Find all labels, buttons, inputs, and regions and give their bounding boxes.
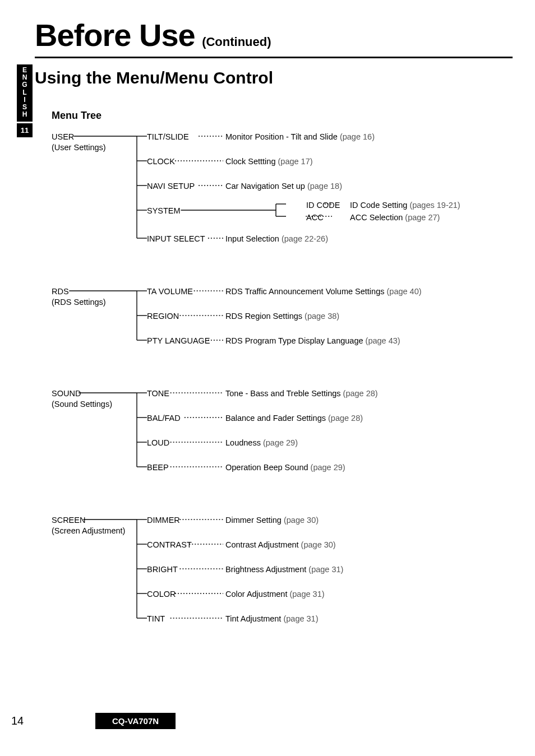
- menu-item-desc: RDS Program Type Display Language (page …: [225, 336, 535, 346]
- menu-item-desc: RDS Region Settings (page 38): [225, 311, 535, 322]
- menu-item-name: SYSTEM: [147, 206, 225, 216]
- menu-item-page-ref: (page 17): [278, 157, 313, 166]
- menu-item-row: TONETone - Bass and Treble Settings (pag…: [147, 388, 535, 413]
- menu-item-name: PTY LANGUAGE: [147, 336, 225, 346]
- menu-item-name: TA VOLUME: [147, 286, 225, 297]
- menu-item-desc-text: RDS Region Settings: [225, 312, 302, 321]
- submenu: ID CODEID Code Setting (pages 19-21)ACCA…: [306, 200, 460, 225]
- side-tab: E N G L I S H 11: [17, 64, 33, 137]
- menu-item-name: COLOR: [147, 589, 225, 600]
- menu-item-page-ref: (page 40): [386, 287, 421, 296]
- menu-item-row: INPUT SELECTInput Selection (page 22-26): [147, 234, 535, 258]
- side-language-label: E N G L I S H: [17, 64, 33, 122]
- menu-item-row: COLORColor Adjustment (page 31): [147, 589, 535, 614]
- menu-item-desc-text: RDS Traffic Announcement Volume Settings: [225, 287, 384, 296]
- menu-root-subtitle: (Sound Settings): [52, 399, 136, 410]
- menu-group: USER(User Settings)TILT/SLIDEMonitor Pos…: [52, 132, 513, 258]
- title-rule: [35, 57, 513, 58]
- menu-root-name: RDS: [52, 286, 136, 297]
- submenu-desc: ACC Selection (page 27): [350, 212, 460, 223]
- menu-root: RDS(RDS Settings): [52, 286, 136, 308]
- menu-item-page-ref: (page 22-26): [282, 234, 328, 243]
- menu-item-desc-text: Tone - Bass and Treble Settings: [225, 389, 341, 398]
- header-block: Before Use (Continued) Using the Menu/Me…: [35, 17, 513, 87]
- menu-item-page-ref: (page 38): [305, 312, 339, 321]
- menu-item-desc-text: Color Adjustment: [225, 590, 287, 599]
- menu-root: USER(User Settings): [52, 132, 136, 153]
- menu-item-row: PTY LANGUAGERDS Program Type Display Lan…: [147, 336, 535, 360]
- submenu-name: ID CODE: [306, 200, 350, 211]
- menu-item-desc-text: Clock Settting: [225, 157, 275, 166]
- menu-item-row: TILT/SLIDEMonitor Position - Tilt and Sl…: [147, 132, 535, 156]
- menu-item-row: BEEPOperation Beep Sound (page 29): [147, 462, 535, 487]
- submenu-page-ref: (page 27): [405, 213, 440, 222]
- menu-item-desc-text: Input Selection: [225, 234, 279, 243]
- submenu-desc-text: ACC Selection: [350, 213, 403, 222]
- menu-item-name: TONE: [147, 388, 225, 399]
- menu-item-desc: Tone - Bass and Treble Settings (page 28…: [225, 388, 535, 399]
- menu-item-desc-text: Loudness: [225, 438, 261, 447]
- menu-item-page-ref: (page 29): [263, 438, 298, 447]
- menu-item-name: CLOCK: [147, 156, 225, 167]
- submenu-desc-text: ID Code Setting: [350, 201, 407, 210]
- lang-letter: H: [17, 111, 33, 118]
- menu-item-name: TILT/SLIDE: [147, 132, 225, 142]
- menu-item-name: BEEP: [147, 462, 225, 473]
- menu-item-desc: Operation Beep Sound (page 29): [225, 462, 535, 473]
- menu-item-page-ref: (page 43): [366, 336, 400, 345]
- submenu-name: ACC: [306, 212, 350, 223]
- menu-item-desc: Contrast Adjustment (page 30): [225, 540, 535, 550]
- menu-item-name: DIMMER: [147, 515, 225, 526]
- menu-item-page-ref: (page 31): [289, 590, 324, 599]
- menu-item-name: BRIGHT: [147, 564, 225, 575]
- menu-item-desc: Balance and Fader Settings (page 28): [225, 413, 535, 424]
- menu-item-desc: Monitor Position - Tilt and Slide (page …: [225, 132, 535, 142]
- menu-item-desc-text: Car Navigation Set up: [225, 182, 305, 191]
- menu-item-desc-text: Operation Beep Sound: [225, 463, 308, 472]
- menu-item-row: CONTRASTContrast Adjustment (page 30): [147, 540, 535, 564]
- menu-item-page-ref: (page 28): [328, 414, 363, 423]
- page-title: Before Use: [35, 17, 195, 53]
- menu-item-desc: Clock Settting (page 17): [225, 156, 535, 167]
- lang-letter: I: [17, 96, 33, 104]
- menu-group: SCREEN(Screen Adjustment)DIMMERDimmer Se…: [52, 515, 513, 638]
- menu-item-desc: Dimmer Setting (page 30): [225, 515, 535, 526]
- menu-item-desc: Loudness (page 29): [225, 438, 535, 448]
- lang-letter: L: [17, 89, 33, 96]
- menu-item-desc-text: RDS Program Type Display Language: [225, 336, 363, 345]
- menu-item-desc: Color Adjustment (page 31): [225, 589, 535, 600]
- menu-item-row: BAL/FADBalance and Fader Settings (page …: [147, 413, 535, 438]
- menu-item-name: BAL/FAD: [147, 413, 225, 424]
- menu-item-desc: Input Selection (page 22-26): [225, 234, 535, 244]
- menu-root-name: USER: [52, 132, 136, 142]
- menu-root-subtitle: (Screen Adjustment): [52, 526, 136, 536]
- submenu-row: ID CODEID Code Setting (pages 19-21): [306, 200, 460, 212]
- page-number: 14: [11, 715, 95, 727]
- menu-branches: TILT/SLIDEMonitor Position - Tilt and Sl…: [147, 132, 513, 258]
- menu-item-page-ref: (page 16): [340, 132, 375, 141]
- model-label: CQ-VA707N: [95, 713, 176, 729]
- menu-item-name: TINT: [147, 614, 225, 624]
- menu-item-row: DIMMERDimmer Setting (page 30): [147, 515, 535, 540]
- menu-item-row: LOUDLoudness (page 29): [147, 438, 535, 462]
- menu-branches: TA VOLUMERDS Traffic Announcement Volume…: [147, 286, 513, 360]
- menu-item-page-ref: (page 18): [307, 182, 342, 191]
- page-subtitle: Using the Menu/Menu Control: [35, 68, 513, 87]
- menu-item-row: SYSTEMID CODEID Code Setting (pages 19-2…: [147, 206, 535, 230]
- menu-item-name: INPUT SELECT: [147, 234, 225, 244]
- lang-letter: G: [17, 81, 33, 89]
- menu-branches: TONETone - Bass and Treble Settings (pag…: [147, 388, 513, 487]
- menu-item-row: TA VOLUMERDS Traffic Announcement Volume…: [147, 286, 535, 311]
- menu-item-desc-text: Balance and Fader Settings: [225, 414, 326, 423]
- footer: 14 CQ-VA707N: [0, 713, 535, 729]
- menu-item-row: REGIONRDS Region Settings (page 38): [147, 311, 535, 336]
- menu-item-name: NAVI SETUP: [147, 181, 225, 192]
- menu-item-name: REGION: [147, 311, 225, 322]
- menu-item-page-ref: (page 30): [284, 516, 319, 525]
- menu-item-page-ref: (page 31): [283, 614, 318, 623]
- menu-item-desc: Car Navigation Set up (page 18): [225, 181, 535, 192]
- menu-item-desc: RDS Traffic Announcement Volume Settings…: [225, 286, 535, 297]
- menu-item-desc-text: Contrast Adjustment: [225, 540, 299, 549]
- menu-item-desc-text: Tint Adjustment: [225, 614, 281, 623]
- section-heading: Menu Tree: [52, 110, 513, 122]
